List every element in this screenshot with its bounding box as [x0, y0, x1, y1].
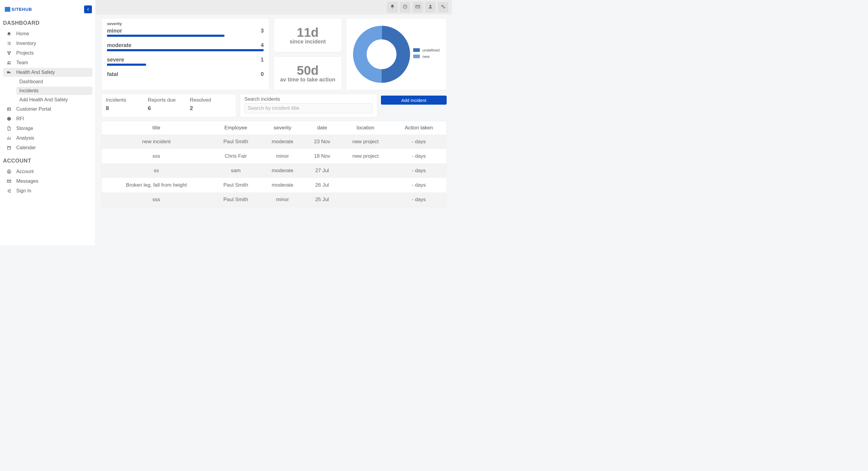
severity-bar-minor: minor3 — [107, 28, 264, 37]
table-cell: - days — [391, 178, 446, 193]
truck-icon — [6, 70, 12, 75]
nav-dashboard: HomeInventoryProjectsTeamHealth And Safe… — [0, 29, 96, 153]
svg-rect-2 — [9, 118, 9, 118]
sidebar-item-label: Sign In — [16, 188, 31, 194]
table-row[interactable]: sssChris Fairminor18 Novnew project- day… — [101, 149, 446, 164]
severity-label: minor — [107, 28, 122, 34]
mail-icon — [415, 4, 421, 10]
table-cell: - days — [391, 149, 446, 164]
stats-card: Incidents 8 Reports due 6 Resolved 2 — [101, 94, 236, 117]
table-cell: Paul Smith — [211, 193, 261, 207]
sidebar-item-label: Team — [16, 60, 28, 65]
kpi-avg-action-time: 50d av time to take action — [274, 56, 342, 90]
add-incident-button[interactable]: Add Incident — [381, 96, 447, 105]
sidebar-subitem-add-health-and-safety[interactable]: Add Health And Safety — [16, 96, 93, 104]
legend-item-undefined: undefined — [413, 48, 439, 53]
chevron-left-icon — [86, 7, 90, 11]
legend-label: new — [422, 54, 430, 59]
users-icon — [6, 60, 12, 65]
sidebar-item-account[interactable]: Account — [3, 167, 93, 176]
sidebar-item-customer-portal[interactable]: Customer Portal — [3, 105, 93, 114]
stat-resolved: Resolved 2 — [190, 97, 232, 114]
bars-icon — [6, 136, 12, 141]
user-icon — [428, 4, 433, 10]
sidebar-item-calender[interactable]: Calender — [3, 143, 93, 152]
sidebar-item-storage[interactable]: Storage — [3, 124, 93, 133]
severity-value: 4 — [261, 42, 264, 49]
stat-label: Resolved — [190, 97, 232, 103]
sidebar-item-team[interactable]: Team — [3, 58, 93, 67]
file-icon — [6, 126, 12, 131]
brand-text: SITEHUB — [11, 7, 32, 12]
sidebar-subitem-incidents[interactable]: Incidents — [16, 87, 93, 95]
table-cell — [340, 164, 392, 178]
severity-chart-card: severity minor3moderate4severe1fatal0 — [101, 18, 270, 90]
sidebar-item-messages[interactable]: Messages — [3, 177, 93, 186]
severity-value: 0 — [261, 71, 264, 78]
sidebar-item-health-and-safety[interactable]: Health And Safety — [3, 68, 93, 77]
donut-chart — [353, 26, 410, 83]
sidebar-item-inventory[interactable]: Inventory — [3, 39, 93, 48]
topbar-user-button[interactable] — [425, 2, 436, 13]
kpi-value: 50d — [297, 63, 318, 78]
sidebar-item-label: Account — [16, 169, 34, 174]
sidebar-item-label: Messages — [16, 178, 38, 184]
main: severity minor3moderate4severe1fatal0 11… — [96, 0, 452, 245]
sidebar-item-label: Calender — [16, 145, 36, 150]
topbar-mail-button[interactable] — [412, 2, 423, 13]
severity-label: fatal — [107, 71, 118, 78]
sidebar-item-rfi[interactable]: RFI — [3, 114, 93, 123]
search-input[interactable] — [244, 103, 373, 113]
mail-icon — [6, 179, 12, 184]
severity-bar-fatal: fatal0 — [107, 71, 264, 80]
topbar — [96, 0, 452, 14]
col-action-taken[interactable]: Action taken — [391, 121, 446, 135]
table-row[interactable]: new incidentPaul Smithmoderate23 Novnew … — [101, 135, 446, 149]
topbar-clock-button[interactable] — [400, 2, 410, 13]
col-date[interactable]: date — [305, 121, 340, 135]
list-icon — [6, 41, 12, 46]
table-cell: 27 Jul — [305, 164, 340, 178]
kpi-since-incident: 11d since incident — [274, 18, 342, 52]
sidebar-item-home[interactable]: Home — [3, 29, 93, 38]
sidebar-section-dashboard: DASHBOARD — [0, 19, 96, 29]
id-icon — [6, 107, 12, 112]
table-cell: sss — [101, 193, 211, 207]
sidebar: SITEHUB DASHBOARD HomeInventoryProjectsT… — [0, 0, 96, 245]
col-severity[interactable]: severity — [260, 121, 304, 135]
logo-icon — [5, 7, 10, 12]
legend-swatch — [413, 48, 420, 52]
stat-value: 8 — [106, 105, 148, 112]
topbar-cogs-button[interactable] — [438, 2, 448, 13]
sidebar-collapse-button[interactable] — [84, 5, 92, 13]
sidebar-item-analysis[interactable]: Analysis — [3, 134, 93, 143]
table-cell: Paul Smith — [211, 178, 261, 193]
stat-value: 6 — [148, 105, 190, 112]
table-row[interactable]: sssammoderate27 Jul- days — [101, 164, 446, 178]
stat-label: Incidents — [106, 97, 148, 103]
diagram-icon — [6, 51, 12, 56]
svg-rect-1 — [9, 118, 9, 120]
topbar-bell-button[interactable] — [387, 2, 398, 13]
sidebar-item-label: Health And Safety — [16, 70, 55, 75]
col-location[interactable]: location — [340, 121, 392, 135]
brand-logo[interactable]: SITEHUB — [5, 7, 32, 12]
calendar-icon — [6, 145, 12, 150]
table-cell: 23 Nov — [305, 135, 340, 149]
sidebar-item-label: Storage — [16, 126, 33, 131]
col-employee[interactable]: Employee — [211, 121, 261, 135]
table-row[interactable]: Broken leg, fall from heightPaul Smithmo… — [101, 178, 446, 193]
sidebar-item-label: Analysis — [16, 136, 34, 141]
sidebar-section-account: ACCOUNT — [0, 156, 96, 167]
table-cell: 18 Nov — [305, 149, 340, 164]
incidents-table-card: titleEmployeeseveritydatelocationAction … — [101, 121, 447, 207]
sidebar-item-label: Customer Portal — [16, 107, 51, 112]
sidebar-item-sign-in[interactable]: Sign In — [3, 186, 93, 196]
table-cell: new project — [340, 149, 392, 164]
sidebar-subitem-dashboard[interactable]: Dashboard — [16, 78, 93, 86]
table-row[interactable]: sssPaul Smithminor25 Jul- days — [101, 193, 446, 207]
severity-label: severe — [107, 57, 124, 63]
sidebar-item-projects[interactable]: Projects — [3, 49, 93, 58]
severity-bar-moderate: moderate4 — [107, 42, 264, 51]
col-title[interactable]: title — [101, 121, 211, 135]
